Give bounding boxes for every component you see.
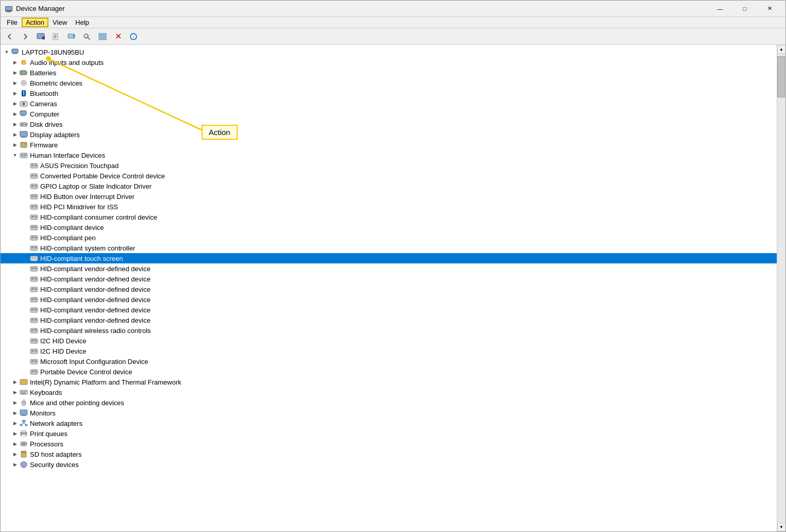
maximize-button[interactable]: □	[733, 1, 757, 17]
expand-disk[interactable]: ▶	[11, 120, 19, 128]
tree-disk[interactable]: ▶ Disk drives	[1, 119, 777, 129]
tree-hid-device1[interactable]: ▶ HID-compliant device	[1, 222, 777, 232]
toolbar-scan[interactable]	[80, 29, 94, 44]
expand-bluetooth[interactable]: ▶	[11, 89, 19, 97]
toolbar-back[interactable]	[3, 29, 17, 44]
svg-rect-21	[103, 37, 106, 40]
tree-keyboards[interactable]: ▶ Keyboards	[1, 387, 777, 397]
tree-batteries[interactable]: ▶ Batteries	[1, 68, 777, 78]
tree-cameras[interactable]: ▶ Cameras	[1, 98, 777, 109]
tree-hid-i2c2[interactable]: ▶ I2C HID Device	[1, 346, 777, 356]
expand-hid[interactable]: ▼	[11, 151, 19, 159]
toolbar-forward[interactable]	[18, 29, 32, 44]
expand-firmware[interactable]: ▶	[11, 141, 19, 149]
toolbar-view[interactable]	[95, 29, 110, 44]
tree-hid-vendor1[interactable]: ▶ HID-compliant vendor-defined device	[1, 263, 777, 274]
toolbar-show-hide[interactable]	[34, 29, 48, 44]
scroll-thumb[interactable]	[777, 56, 785, 97]
menu-view[interactable]: View	[48, 18, 71, 27]
tree-monitors[interactable]: ▶ Monitors	[1, 408, 777, 418]
expand-intel[interactable]: ▶	[11, 378, 19, 386]
svg-rect-82	[30, 256, 38, 261]
expand-security[interactable]: ▶	[11, 460, 19, 469]
expand-keyboards[interactable]: ▶	[11, 388, 19, 396]
tree-hid-portable[interactable]: ▶ Portable Device Control device	[1, 367, 777, 377]
expand-print[interactable]: ▶	[11, 429, 19, 438]
tree-hid-i2c1[interactable]: ▶ I2C HID Device	[1, 336, 777, 346]
toolbar-disable[interactable]: ✕	[111, 29, 125, 44]
tree-bluetooth[interactable]: ▶ ⦚ Bluetooth	[1, 88, 777, 98]
expand-audio[interactable]: ▶	[11, 58, 19, 66]
expand-display[interactable]: ▶	[11, 130, 19, 139]
tree-audio[interactable]: ▶ ♪ Audio inputs and outputs	[1, 57, 777, 68]
main-content-wrapper: ▼ LAPTOP-18UN95BU ▶	[1, 45, 785, 531]
scroll-up-arrow[interactable]: ▲	[777, 45, 786, 54]
svg-rect-48	[22, 143, 23, 144]
tree-hid-vendor2[interactable]: ▶ HID-compliant vendor-defined device	[1, 274, 777, 284]
tree-hid-vendor3[interactable]: ▶ HID-compliant vendor-defined device	[1, 284, 777, 294]
tree-hid-converted[interactable]: ▶ Converted Portable Device Control devi…	[1, 171, 777, 181]
svg-rect-6	[42, 37, 45, 39]
firmware-label: Firmware	[30, 141, 58, 149]
expand-root[interactable]: ▼	[3, 48, 11, 56]
tree-biometric[interactable]: ▶ Biometric devices	[1, 78, 777, 88]
tree-hid-gpio[interactable]: ▶ GPIO Laptop or Slate Indicator Driver	[1, 181, 777, 191]
svg-rect-58	[30, 174, 38, 178]
expand-processors[interactable]: ▶	[11, 440, 19, 448]
tree-display[interactable]: ▶ Display adapters	[1, 129, 777, 140]
hid-i2c1-label: I2C HID Device	[40, 337, 87, 345]
tree-hid-syscontroller[interactable]: ▶ HID-compliant system controller	[1, 243, 777, 253]
tree-sd[interactable]: ▶ SD host adapters	[1, 449, 777, 459]
tree-hid-vendor6[interactable]: ▶ HID-compliant vendor-defined device	[1, 315, 777, 325]
scroll-track[interactable]	[777, 54, 785, 523]
svg-rect-7	[53, 34, 58, 40]
toolbar-download[interactable]: ↓	[126, 29, 141, 44]
tree-firmware[interactable]: ▶ Firmware	[1, 140, 777, 150]
svg-rect-104	[31, 329, 34, 331]
tree-computer[interactable]: ▶ Computer	[1, 109, 777, 119]
minimize-button[interactable]: —	[708, 1, 732, 17]
tree-processors[interactable]: ▶ Processors	[1, 439, 777, 449]
tree-hid-vendor4[interactable]: ▶ HID-compliant vendor-defined device	[1, 294, 777, 305]
tree-hid-vendor5[interactable]: ▶ HID-compliant vendor-defined device	[1, 305, 777, 315]
tree-hid-asus[interactable]: ▶ ASUS Precision Touchpad	[1, 160, 777, 171]
hid-child-icon-19	[29, 347, 39, 355]
toolbar-properties[interactable]	[49, 29, 63, 44]
hid-child-icon-18	[29, 337, 39, 345]
menu-help[interactable]: Help	[71, 18, 93, 27]
toolbar-update-driver[interactable]	[64, 29, 79, 44]
menu-action[interactable]: Action	[22, 18, 48, 27]
expand-biometric[interactable]: ▶	[11, 79, 19, 87]
expand-batteries[interactable]: ▶	[11, 69, 19, 77]
tree-hid-consumer[interactable]: ▶ HID-compliant consumer control device	[1, 212, 777, 222]
svg-rect-45	[22, 137, 25, 137]
tree-print[interactable]: ▶ Print queues	[1, 428, 777, 439]
scroll-down-arrow[interactable]: ▼	[777, 523, 786, 531]
tree-panel[interactable]: ▼ LAPTOP-18UN95BU ▶	[1, 45, 777, 531]
tree-mice[interactable]: ▶ Mice and other pointing devices	[1, 397, 777, 408]
expand-sd[interactable]: ▶	[11, 450, 19, 458]
svg-rect-81	[35, 247, 37, 248]
tree-hid-ms-input[interactable]: ▶ Microsoft Input Configuration Device	[1, 356, 777, 367]
tree-root[interactable]: ▼ LAPTOP-18UN95BU	[1, 47, 777, 57]
svg-rect-118	[20, 379, 27, 385]
tree-hid-button[interactable]: ▶ HID Button over Interrupt Driver	[1, 191, 777, 202]
expand-computer[interactable]: ▶	[11, 110, 19, 118]
expand-monitors[interactable]: ▶	[11, 409, 19, 417]
tree-hid-wireless[interactable]: ▶ HID-compliant wireless radio controls	[1, 325, 777, 336]
tree-hid-pci[interactable]: ▶ HID PCI Minidriver for ISS	[1, 202, 777, 212]
tree-hid-touchscreen[interactable]: ▶ HID-compliant touch screen	[1, 253, 777, 263]
expand-network[interactable]: ▶	[11, 419, 19, 427]
expand-cameras[interactable]: ▶	[11, 99, 19, 108]
tree-hid-pen[interactable]: ▶ HID-compliant pen	[1, 232, 777, 243]
scrollbar[interactable]: ▲ ▼	[777, 45, 785, 531]
hid-button-label: HID Button over Interrupt Driver	[40, 193, 135, 201]
tree-security[interactable]: ▶ Security devices	[1, 459, 777, 470]
expand-mice[interactable]: ▶	[11, 398, 19, 407]
tree-intel[interactable]: ▶ Intel(R) Dynamic Platform and Thermal …	[1, 377, 777, 387]
close-button[interactable]: ✕	[758, 1, 781, 17]
tree-hid[interactable]: ▼ Human Interface Devices	[1, 150, 777, 160]
menu-file[interactable]: File	[3, 18, 22, 27]
svg-rect-72	[35, 216, 37, 218]
tree-network[interactable]: ▶ Network adapters	[1, 418, 777, 428]
